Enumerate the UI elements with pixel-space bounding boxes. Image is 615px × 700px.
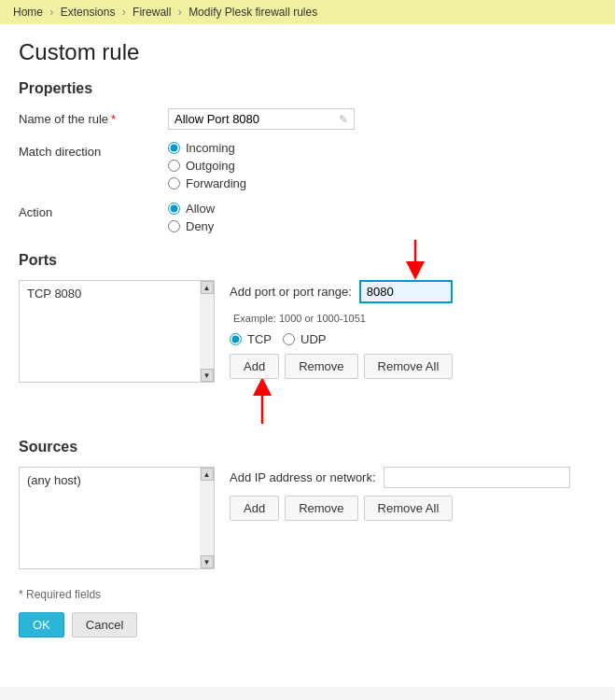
ports-scrollbar: ▲ ▼ xyxy=(200,280,215,383)
sources-add-button[interactable]: Add xyxy=(230,496,279,521)
direction-outgoing-radio[interactable] xyxy=(168,160,180,172)
action-deny[interactable]: Deny xyxy=(168,219,596,233)
ports-remove-all-button[interactable]: Remove All xyxy=(364,354,454,379)
properties-section: Properties Name of the rule* ✎ Match dir… xyxy=(19,80,596,233)
ports-right: Add port or port range: Example: 1000 or… xyxy=(230,280,453,379)
protocol-row: TCP UDP xyxy=(230,332,453,346)
ports-scroll-up[interactable]: ▲ xyxy=(201,281,214,294)
ports-remove-button[interactable]: Remove xyxy=(285,354,357,379)
direction-outgoing[interactable]: Outgoing xyxy=(168,159,596,173)
breadcrumb-modify[interactable]: Modify Plesk firewall rules xyxy=(189,6,317,19)
ports-layout: TCP 8080 ▲ ▼ xyxy=(19,280,596,383)
protocol-udp-radio[interactable] xyxy=(283,333,295,345)
direction-incoming-label: Incoming xyxy=(186,141,235,155)
ports-scroll-down[interactable]: ▼ xyxy=(201,369,214,382)
direction-label: Match direction xyxy=(19,141,168,159)
ports-section: Ports TCP 8080 ▲ ▼ xyxy=(19,252,596,383)
action-control: Allow Deny xyxy=(168,202,596,233)
direction-forwarding-label: Forwarding xyxy=(186,176,246,190)
name-row: Name of the rule* ✎ xyxy=(19,108,596,130)
ports-heading: Ports xyxy=(19,252,596,269)
action-deny-label: Deny xyxy=(186,219,214,233)
sources-section: Sources (any host) ▲ ▼ Add IP address or… xyxy=(19,439,596,569)
cancel-button[interactable]: Cancel xyxy=(72,612,137,637)
breadcrumb: Home › Extensions › Firewall › Modify Pl… xyxy=(0,0,615,24)
sources-remove-button[interactable]: Remove xyxy=(285,496,357,521)
ports-list-item[interactable]: TCP 8080 xyxy=(23,285,196,302)
direction-control: Incoming Outgoing Forwarding xyxy=(168,141,596,190)
sources-scroll-up[interactable]: ▲ xyxy=(201,468,214,481)
sources-button-row: Add Remove Remove All xyxy=(230,496,570,521)
action-row: Action Allow Deny xyxy=(19,202,596,233)
footer-section: * Required fields OK Cancel xyxy=(19,588,596,637)
add-ip-label: Add IP address or network: xyxy=(230,470,376,484)
direction-outgoing-label: Outgoing xyxy=(186,159,235,173)
breadcrumb-firewall[interactable]: Firewall xyxy=(133,6,171,19)
ip-input[interactable] xyxy=(384,467,570,488)
breadcrumb-home[interactable]: Home xyxy=(13,6,43,19)
direction-incoming-radio[interactable] xyxy=(168,142,180,154)
name-input[interactable] xyxy=(175,112,335,126)
action-allow[interactable]: Allow xyxy=(168,202,596,216)
page-title: Custom rule xyxy=(19,39,596,65)
name-input-wrapper[interactable]: ✎ xyxy=(168,108,355,130)
ports-list-wrapper: TCP 8080 ▲ ▼ xyxy=(19,280,215,383)
protocol-tcp-label: TCP xyxy=(247,332,272,346)
sources-list-item[interactable]: (any host) xyxy=(23,471,196,489)
ok-button[interactable]: OK xyxy=(19,612,64,637)
sources-scroll-down[interactable]: ▼ xyxy=(201,555,214,568)
ports-list[interactable]: TCP 8080 xyxy=(19,280,200,383)
add-port-row: Add port or port range: xyxy=(230,280,453,303)
sources-list[interactable]: (any host) xyxy=(19,467,200,569)
sources-layout: (any host) ▲ ▼ Add IP address or network… xyxy=(19,467,596,569)
breadcrumb-extensions[interactable]: Extensions xyxy=(61,6,116,19)
sources-heading: Sources xyxy=(19,439,596,455)
main-content: Custom rule Properties Name of the rule*… xyxy=(0,24,615,687)
action-allow-label: Allow xyxy=(186,202,215,216)
arrow-up-ports xyxy=(244,379,318,426)
direction-row: Match direction Incoming Outgoing Forwar… xyxy=(19,141,596,190)
direction-forwarding-radio[interactable] xyxy=(168,177,180,189)
direction-incoming[interactable]: Incoming xyxy=(168,141,596,155)
required-fields: * Required fields xyxy=(19,588,596,601)
ports-add-button[interactable]: Add xyxy=(230,354,279,379)
action-allow-radio[interactable] xyxy=(168,203,180,215)
protocol-udp[interactable]: UDP xyxy=(283,332,326,346)
sources-right: Add IP address or network: Add Remove Re… xyxy=(230,467,570,521)
port-input[interactable] xyxy=(359,280,453,303)
protocol-udp-label: UDP xyxy=(301,332,326,346)
name-label: Name of the rule* xyxy=(19,108,168,126)
sources-scrollbar: ▲ ▼ xyxy=(200,467,215,569)
sources-remove-all-button[interactable]: Remove All xyxy=(364,496,454,521)
properties-heading: Properties xyxy=(19,80,596,97)
protocol-tcp[interactable]: TCP xyxy=(230,332,272,346)
sources-list-wrapper: (any host) ▲ ▼ xyxy=(19,467,215,569)
edit-icon: ✎ xyxy=(339,113,348,126)
footer-buttons: OK Cancel xyxy=(19,612,596,637)
port-hint: Example: 1000 or 1000-1051 xyxy=(233,313,366,324)
action-deny-radio[interactable] xyxy=(168,220,180,232)
add-port-label: Add port or port range: xyxy=(230,285,352,299)
direction-forwarding[interactable]: Forwarding xyxy=(168,176,596,190)
ports-button-row: Add Remove Remove All xyxy=(230,354,453,379)
name-control: ✎ xyxy=(168,108,596,130)
protocol-tcp-radio[interactable] xyxy=(230,333,242,345)
action-label: Action xyxy=(19,202,168,219)
add-ip-row: Add IP address or network: xyxy=(230,467,570,488)
